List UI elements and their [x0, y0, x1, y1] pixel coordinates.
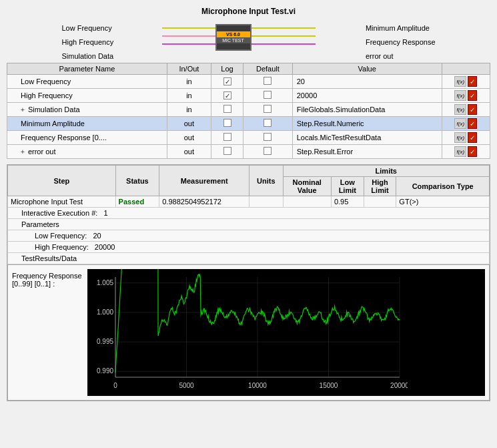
param-log-sim-data[interactable] — [211, 103, 243, 117]
result-measurement: 0.9882504952172 — [159, 196, 250, 208]
param-row-high-freq: High Frequency in 20000 f(x) ✓ — [7, 89, 490, 103]
validate-btn-min-amp[interactable]: ✓ — [468, 118, 477, 129]
param-row-error-out: + error out out Step.Result.Error f(x) ✓ — [7, 145, 490, 159]
param-name-min-amp: Minimum Amplitude — [7, 117, 167, 131]
param-inout-min-amp: out — [167, 117, 211, 131]
param-value-low-freq: 20 — [292, 75, 442, 89]
param-value-freq-resp: Locals.MicTestResultData — [292, 131, 442, 145]
detail-row-parameters-header: Parameters — [8, 219, 490, 230]
log-checkbox-high-freq[interactable] — [223, 91, 231, 99]
col-nominal: NominalValue — [283, 177, 331, 196]
param-log-high-freq[interactable] — [211, 89, 243, 103]
param-default-low-freq[interactable] — [243, 75, 293, 89]
col-limits-span: Limits — [283, 166, 489, 177]
default-checkbox-high-freq[interactable] — [264, 91, 272, 99]
param-name-high-freq: High Frequency — [7, 89, 167, 103]
expand-sim-data[interactable]: + — [21, 106, 25, 114]
vi-diagram: VS 6.0 MIC TEST Low Frequency High Frequ… — [7, 20, 490, 57]
detail-row-low-freq: Low Frequency: 20 — [8, 230, 490, 242]
param-row-sim-data: + Simulation Data in FileGlobals.Simulat… — [7, 103, 490, 117]
validate-btn-freq-resp[interactable]: ✓ — [468, 132, 477, 143]
param-actions-error-out: f(x) ✓ — [446, 146, 486, 157]
param-log-min-amp[interactable] — [211, 117, 243, 131]
vi-output-min-amp: Minimum Amplitude — [366, 24, 436, 32]
param-default-high-freq[interactable] — [243, 89, 293, 103]
vi-output-error: error out — [366, 52, 436, 60]
default-checkbox-error-out[interactable] — [264, 147, 272, 155]
vi-label-mid: MIC TEST — [217, 37, 250, 43]
detail-row-interactive: Interactive Execution #: 1 — [8, 208, 490, 219]
validate-btn-low-freq[interactable]: ✓ — [468, 76, 477, 87]
param-row-low-freq: Low Frequency in 20 f(x) ✓ — [7, 75, 490, 89]
results-table: Step Status Measurement Units Limits Nom… — [7, 165, 490, 264]
param-inout-high-freq: in — [167, 89, 211, 103]
param-name-freq-resp: Frequency Response [0.... — [7, 131, 167, 145]
log-checkbox-sim-data[interactable] — [223, 105, 231, 113]
param-log-freq-resp[interactable] — [211, 131, 243, 145]
function-btn-high-freq[interactable]: f(x) — [454, 90, 466, 101]
param-name-error-out: + error out — [7, 145, 167, 159]
vi-output-labels: Minimum Amplitude Frequency Response err… — [366, 24, 436, 60]
function-btn-error-out[interactable]: f(x) — [454, 146, 466, 157]
log-checkbox-min-amp[interactable] — [223, 119, 231, 127]
status-passed-label: Passed — [119, 198, 145, 206]
param-default-min-amp[interactable] — [243, 117, 293, 131]
param-actions-freq-resp: f(x) ✓ — [446, 132, 486, 143]
col-measurement: Measurement — [159, 166, 250, 196]
param-default-sim-data[interactable] — [243, 103, 293, 117]
vi-output-freq-resp: Frequency Response — [366, 38, 436, 46]
result-units — [250, 196, 283, 208]
log-checkbox-freq-resp[interactable] — [223, 133, 231, 141]
function-btn-min-amp[interactable]: f(x) — [454, 118, 466, 129]
param-name-sim-data: + Simulation Data — [7, 103, 167, 117]
detail-testresults-label: TestResults/Data — [8, 253, 490, 264]
param-inout-sim-data: in — [167, 103, 211, 117]
default-checkbox-low-freq[interactable] — [264, 77, 272, 85]
result-high-limit — [364, 196, 396, 208]
result-status: Passed — [115, 196, 159, 208]
log-checkbox-error-out[interactable] — [223, 147, 231, 155]
param-row-freq-resp: Frequency Response [0.... out Locals.Mic… — [7, 131, 490, 145]
detail-parameters-label: Parameters — [8, 219, 490, 230]
col-step: Step — [8, 166, 116, 196]
col-low-limit: LowLimit — [331, 177, 364, 196]
function-btn-sim-data[interactable]: f(x) — [454, 104, 466, 115]
detail-low-freq: Low Frequency: 20 — [8, 230, 490, 242]
results-section: Step Status Measurement Units Limits Nom… — [7, 164, 490, 401]
expand-error-out[interactable]: + — [21, 148, 25, 156]
default-checkbox-sim-data[interactable] — [264, 105, 272, 113]
default-checkbox-freq-resp[interactable] — [264, 133, 272, 141]
function-btn-freq-resp[interactable]: f(x) — [454, 132, 466, 143]
page-title: Microphone Input Test.vi — [7, 7, 490, 16]
parameter-table: Parameter Name In/Out Log Default Value … — [7, 63, 490, 159]
param-default-freq-resp[interactable] — [243, 131, 293, 145]
log-checkbox-low-freq[interactable] — [223, 77, 231, 85]
vi-input-high-freq: High Frequency — [62, 38, 114, 46]
function-btn-low-freq[interactable]: f(x) — [454, 76, 466, 87]
detail-high-freq: High Frequency: 20000 — [8, 242, 490, 253]
chart-label: Frequency Response[0..99] [0..1] : — [12, 269, 82, 288]
param-log-low-freq[interactable] — [211, 75, 243, 89]
param-default-error-out[interactable] — [243, 145, 293, 159]
col-param-name: Parameter Name — [7, 63, 167, 75]
result-low-limit: 0.95 — [331, 196, 364, 208]
col-high-limit: HighLimit — [364, 177, 396, 196]
param-value-error-out: Step.Result.Error — [292, 145, 442, 159]
validate-btn-high-freq[interactable]: ✓ — [468, 90, 477, 101]
param-value-sim-data: FileGlobals.SimulationData — [292, 103, 442, 117]
param-row-min-amp: Minimum Amplitude out Step.Result.Numeri… — [7, 117, 490, 131]
validate-btn-error-out[interactable]: ✓ — [468, 146, 477, 157]
result-nominal — [283, 196, 331, 208]
param-inout-freq-resp: out — [167, 131, 211, 145]
col-inout: In/Out — [167, 63, 211, 75]
validate-btn-sim-data[interactable]: ✓ — [468, 104, 477, 115]
param-actions-min-amp: f(x) ✓ — [446, 118, 486, 129]
default-checkbox-min-amp[interactable] — [264, 119, 272, 127]
param-inout-low-freq: in — [167, 75, 211, 89]
col-actions — [442, 63, 490, 75]
param-log-error-out[interactable] — [211, 145, 243, 159]
param-actions-low-freq: f(x) ✓ — [446, 76, 486, 87]
detail-row-testresults: TestResults/Data — [8, 253, 490, 264]
param-value-high-freq: 20000 — [292, 89, 442, 103]
col-status: Status — [115, 166, 159, 196]
